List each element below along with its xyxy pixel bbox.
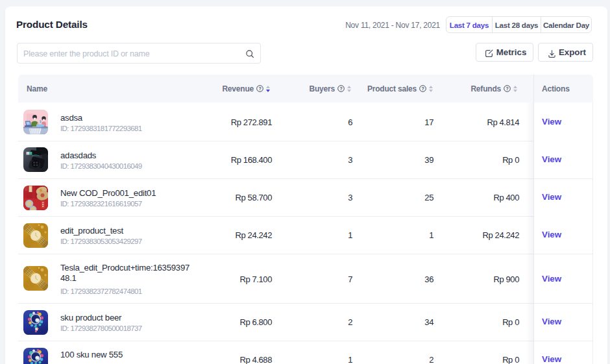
svg-text:?: ?	[421, 86, 424, 91]
svg-text:?: ?	[258, 86, 261, 91]
svg-text:?: ?	[506, 86, 508, 91]
svg-text:?: ?	[339, 86, 342, 91]
